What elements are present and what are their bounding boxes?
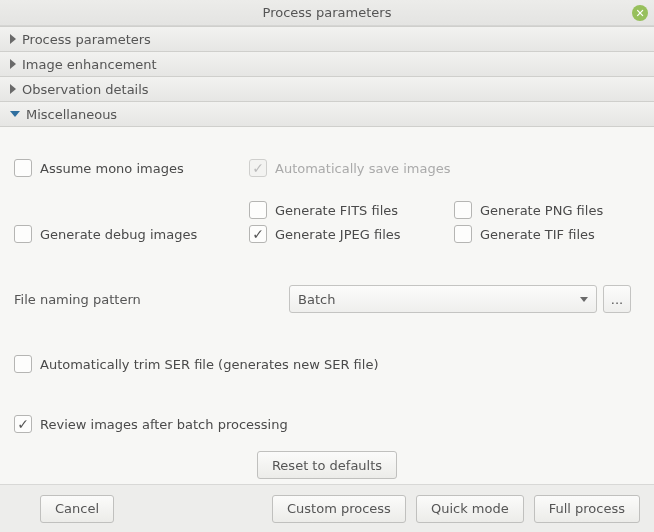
label-assume-mono: Assume mono images xyxy=(40,161,184,176)
checkbox-gen-fits[interactable] xyxy=(249,201,267,219)
quick-mode-button[interactable]: Quick mode xyxy=(416,495,524,523)
file-pattern-browse-button[interactable]: ... xyxy=(603,285,631,313)
label-review: Review images after batch processing xyxy=(40,417,288,432)
file-pattern-select[interactable]: Batch xyxy=(289,285,597,313)
label-gen-fits: Generate FITS files xyxy=(275,203,398,218)
section-observation-details[interactable]: Observation details xyxy=(0,77,654,102)
reset-defaults-button[interactable]: Reset to defaults xyxy=(257,451,397,479)
checkbox-trim-ser[interactable] xyxy=(14,355,32,373)
window-title: Process parameters xyxy=(263,5,392,20)
accordion: Process parameters Image enhancement Obs… xyxy=(0,26,654,494)
section-label: Observation details xyxy=(22,82,149,97)
chevron-down-icon xyxy=(580,297,588,302)
file-pattern-value: Batch xyxy=(298,292,335,307)
label-gen-png: Generate PNG files xyxy=(480,203,603,218)
label-auto-save: Automatically save images xyxy=(275,161,451,176)
button-label: Quick mode xyxy=(431,501,509,516)
button-label: Cancel xyxy=(55,501,99,516)
section-image-enhancement[interactable]: Image enhancement xyxy=(0,52,654,77)
cancel-button[interactable]: Cancel xyxy=(40,495,114,523)
check-icon: ✓ xyxy=(252,227,264,241)
label-file-pattern: File naming pattern xyxy=(14,292,289,307)
checkbox-assume-mono[interactable] xyxy=(14,159,32,177)
close-icon[interactable]: ✕ xyxy=(632,5,648,21)
label-gen-jpeg: Generate JPEG files xyxy=(275,227,401,242)
section-label: Image enhancement xyxy=(22,57,157,72)
section-miscellaneous[interactable]: Miscellaneous xyxy=(0,102,654,127)
checkbox-gen-jpeg[interactable]: ✓ xyxy=(249,225,267,243)
chevron-right-icon xyxy=(10,59,16,69)
label-gen-debug: Generate debug images xyxy=(40,227,197,242)
button-label: Full process xyxy=(549,501,625,516)
section-label: Process parameters xyxy=(22,32,151,47)
checkbox-review[interactable]: ✓ xyxy=(14,415,32,433)
label-gen-tif: Generate TIF files xyxy=(480,227,595,242)
checkbox-gen-png[interactable] xyxy=(454,201,472,219)
full-process-button[interactable]: Full process xyxy=(534,495,640,523)
checkbox-auto-save: ✓ xyxy=(249,159,267,177)
chevron-right-icon xyxy=(10,34,16,44)
section-label: Miscellaneous xyxy=(26,107,117,122)
checkbox-gen-tif[interactable] xyxy=(454,225,472,243)
title-bar: Process parameters ✕ xyxy=(0,0,654,26)
custom-process-button[interactable]: Custom process xyxy=(272,495,406,523)
dialog-footer: Cancel Custom process Quick mode Full pr… xyxy=(0,484,654,532)
label-trim-ser: Automatically trim SER file (generates n… xyxy=(40,357,378,372)
misc-panel: Assume mono images ✓ Automatically save … xyxy=(0,127,654,494)
check-icon: ✓ xyxy=(252,161,264,175)
button-label: Custom process xyxy=(287,501,391,516)
chevron-down-icon xyxy=(10,111,20,117)
checkbox-gen-debug[interactable] xyxy=(14,225,32,243)
ellipsis-icon: ... xyxy=(611,292,623,307)
button-label: Reset to defaults xyxy=(272,458,382,473)
check-icon: ✓ xyxy=(17,417,29,431)
chevron-right-icon xyxy=(10,84,16,94)
section-process-parameters[interactable]: Process parameters xyxy=(0,27,654,52)
